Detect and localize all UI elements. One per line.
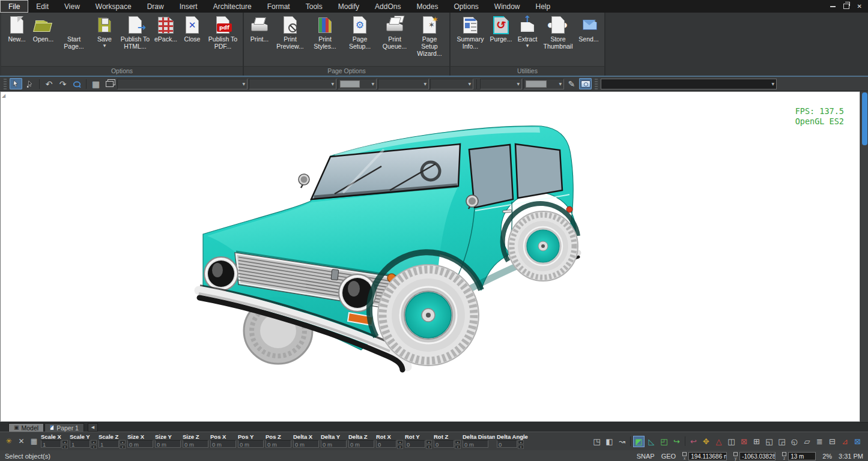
polygon-edit-icon[interactable]: ⊿ bbox=[839, 436, 851, 447]
spinner-down-icon[interactable]: ▾ bbox=[397, 445, 403, 449]
field-input[interactable]: 0 m bbox=[210, 440, 236, 448]
menu-item-window[interactable]: Window bbox=[487, 0, 528, 13]
ribbon-button-send[interactable]: Send... bbox=[575, 14, 602, 44]
selection-corner-icon[interactable]: ◺ bbox=[646, 436, 657, 447]
lasso-select-icon[interactable] bbox=[70, 78, 83, 89]
z-coordinate-field[interactable]: 13 m bbox=[788, 452, 816, 460]
selection-window-icon[interactable]: ◰ bbox=[658, 436, 670, 447]
ribbon-button-epack[interactable]: ePack... bbox=[153, 14, 179, 44]
y-coordinate-field[interactable]: -1063.038283 bbox=[739, 452, 775, 460]
field-input[interactable]: 0 m bbox=[155, 440, 181, 448]
menu-item-workspace[interactable]: Workspace bbox=[88, 0, 139, 13]
select-tool-icon[interactable] bbox=[10, 78, 22, 89]
pick-object-icon[interactable]: ↝ bbox=[616, 436, 628, 447]
menu-item-draw[interactable]: Draw bbox=[139, 0, 172, 13]
menu-item-file[interactable]: File bbox=[0, 0, 28, 13]
render-settings-icon[interactable] bbox=[579, 78, 592, 89]
ribbon-button-summary-info[interactable]: Summary Info... bbox=[453, 14, 488, 51]
orbit-object-icon[interactable]: ◳ bbox=[591, 436, 602, 447]
field-input[interactable]: 0 bbox=[497, 440, 517, 448]
spinner-down-icon[interactable]: ▾ bbox=[62, 445, 68, 449]
ribbon-button-print[interactable]: Print... bbox=[246, 14, 273, 44]
tab-scroll-left-icon[interactable]: ◀ bbox=[88, 423, 98, 432]
selection-path-icon[interactable]: ↪ bbox=[671, 436, 682, 447]
spinner-down-icon[interactable]: ▾ bbox=[518, 445, 524, 449]
menu-item-addons[interactable]: AddOns bbox=[367, 0, 408, 13]
attach-plug-icon[interactable]: ⊟ bbox=[827, 436, 838, 447]
spinner-down-icon[interactable]: ▾ bbox=[455, 445, 461, 449]
table-icon[interactable]: ▦ bbox=[90, 78, 102, 89]
field-input[interactable]: 0 m bbox=[238, 440, 264, 448]
polygon-clear-icon[interactable]: ⊠ bbox=[852, 436, 863, 447]
ribbon-button-extract[interactable]: Extract▼ bbox=[514, 14, 541, 47]
spinner[interactable]: ▴▾ bbox=[455, 440, 461, 449]
field-input[interactable]: 0 m bbox=[348, 440, 374, 448]
effects-wand-icon[interactable]: ✳ bbox=[3, 437, 14, 445]
ribbon-button-page-setup[interactable]: Page Setup... bbox=[342, 14, 377, 51]
ribbon-button-close[interactable]: Close bbox=[179, 14, 205, 44]
scrollbar-thumb[interactable] bbox=[862, 92, 867, 145]
field-input[interactable]: 0 m bbox=[321, 440, 347, 448]
menu-item-edit[interactable]: Edit bbox=[28, 0, 56, 13]
ribbon-button-print-preview[interactable]: Print Preview... bbox=[273, 14, 308, 51]
style-combo-1[interactable]: ▼ bbox=[249, 79, 336, 89]
spinner-up-icon[interactable]: ▴ bbox=[91, 440, 97, 444]
spinner[interactable]: ▴▾ bbox=[426, 440, 432, 449]
ribbon-button-purge[interactable]: Purge... bbox=[488, 14, 514, 44]
frame-delete-icon[interactable]: ⊠ bbox=[738, 436, 750, 447]
field-input[interactable]: 0 m bbox=[183, 440, 208, 448]
selection-undo-icon[interactable]: ↩ bbox=[688, 436, 699, 447]
pen-style-icon[interactable]: ✎ bbox=[565, 78, 578, 89]
frame-grid-icon[interactable]: ⊞ bbox=[751, 436, 762, 447]
deselect-icon[interactable]: ✕ bbox=[16, 437, 27, 445]
toolbar-grip[interactable] bbox=[4, 79, 7, 89]
shear-frame-icon[interactable]: ▱ bbox=[801, 436, 813, 447]
spinner[interactable]: ▴▾ bbox=[397, 440, 403, 449]
ribbon-button-print-queue[interactable]: Print Queue... bbox=[377, 14, 412, 51]
selection-fill-icon[interactable]: ◩ bbox=[633, 436, 645, 447]
x-coordinate-field[interactable]: 194.113686 m bbox=[688, 452, 727, 460]
layer-combo[interactable]: ▼ bbox=[117, 79, 247, 89]
menu-item-insert[interactable]: Insert bbox=[172, 0, 205, 13]
spinner-up-icon[interactable]: ▴ bbox=[62, 440, 68, 444]
spinner-down-icon[interactable]: ▾ bbox=[120, 445, 126, 449]
spinner[interactable]: ▴▾ bbox=[120, 440, 126, 449]
spinner[interactable]: ▴▾ bbox=[62, 440, 68, 449]
sheets-icon[interactable] bbox=[103, 78, 116, 89]
frame-corner-icon[interactable]: ◱ bbox=[763, 436, 775, 447]
menu-item-modify[interactable]: Modify bbox=[330, 0, 367, 13]
menu-item-format[interactable]: Format bbox=[259, 0, 298, 13]
vertical-scrollbar[interactable] bbox=[860, 91, 868, 422]
delete-warning-icon[interactable]: △ bbox=[713, 436, 724, 447]
spinner-up-icon[interactable]: ▴ bbox=[426, 440, 432, 444]
menu-item-help[interactable]: Help bbox=[528, 0, 559, 13]
ribbon-button-start-page[interactable]: Start Page... bbox=[56, 14, 91, 51]
ribbon-button-publish-to-html[interactable]: Publish To HTML... bbox=[118, 14, 153, 51]
plot-style-combo[interactable]: ▼ bbox=[480, 79, 522, 89]
field-input[interactable]: 0 bbox=[405, 440, 425, 448]
ribbon-button-new[interactable]: New... bbox=[4, 14, 30, 44]
grid-table-icon[interactable]: ▦ bbox=[28, 437, 40, 445]
geo-toggle[interactable]: GEO bbox=[661, 453, 676, 460]
field-input[interactable]: 0 m bbox=[266, 440, 291, 448]
layout-tab-paper-1[interactable]: Paper 1 bbox=[44, 423, 84, 432]
ribbon-button-save[interactable]: Save▼ bbox=[91, 14, 118, 47]
field-input[interactable]: 0 m bbox=[463, 440, 488, 448]
spinner-down-icon[interactable]: ▾ bbox=[426, 445, 432, 449]
group-objects-icon[interactable]: ◫ bbox=[726, 436, 737, 447]
ribbon-button-page-setup-wizard[interactable]: Page Setup Wizard... bbox=[412, 14, 447, 58]
spinner-up-icon[interactable]: ▴ bbox=[518, 440, 524, 444]
ribbon-button-open[interactable]: Open... bbox=[30, 14, 56, 44]
field-input[interactable]: 0 bbox=[376, 440, 396, 448]
spinner[interactable]: ▴▾ bbox=[518, 440, 524, 449]
lineweight-combo[interactable]: ▼ bbox=[430, 79, 473, 89]
node-select-tool-icon[interactable] bbox=[23, 78, 36, 89]
ribbon-button-store-thumbnail[interactable]: Store Thumbnail bbox=[541, 14, 575, 51]
layout-tab-model[interactable]: ▣Model bbox=[8, 423, 44, 432]
field-input[interactable]: 1 bbox=[41, 440, 61, 448]
spinner-up-icon[interactable]: ▴ bbox=[397, 440, 403, 444]
menu-item-options[interactable]: Options bbox=[446, 0, 486, 13]
close-icon[interactable]: ✕ bbox=[857, 3, 862, 10]
ribbon-button-publish-to-pdf[interactable]: Publish To PDF... bbox=[205, 14, 240, 51]
spinner[interactable]: ▴▾ bbox=[91, 440, 97, 449]
